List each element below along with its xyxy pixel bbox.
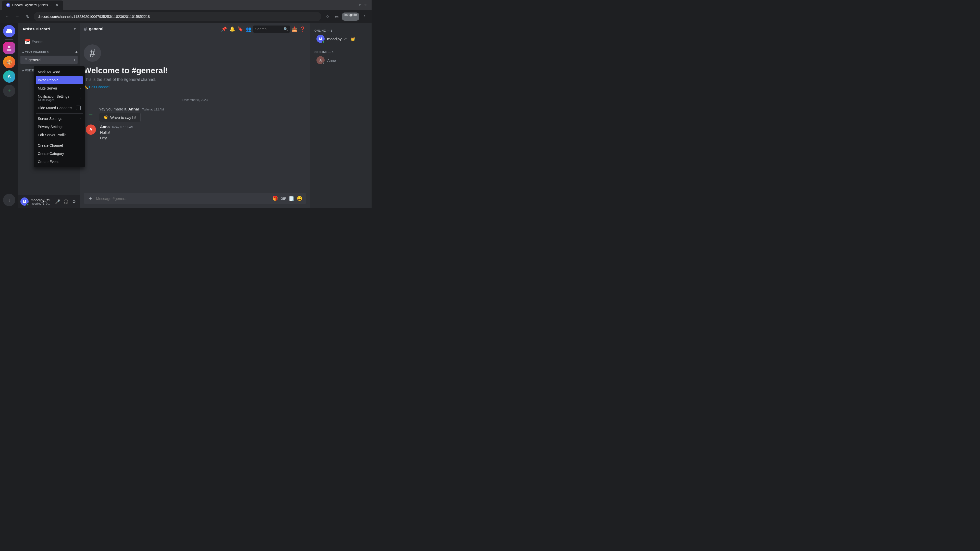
offline-dot: [322, 62, 325, 65]
tab-close-button[interactable]: ✕: [55, 3, 59, 7]
headphone-icon[interactable]: 🎧: [62, 198, 69, 205]
message-input[interactable]: [96, 197, 269, 201]
channel-name: general: [29, 58, 41, 62]
system-message-content: Yay you made it, Anna! Today at 1:12 AM …: [99, 107, 164, 122]
server-icon-artists[interactable]: [3, 42, 15, 54]
search-icon: 🔍: [283, 27, 288, 31]
chat-header: # general 📌 🔔 🔖 👥 🔍 📥 ❓: [80, 23, 310, 35]
context-edit-server-profile[interactable]: Edit Server Profile: [36, 131, 83, 139]
wave-button[interactable]: 👋 Wave to say hi!: [99, 113, 141, 122]
server-icon-2[interactable]: 🎨: [3, 56, 15, 68]
anna-name: Anna: [327, 58, 336, 62]
menu-icon[interactable]: ⋮: [360, 13, 369, 21]
system-text: Yay you made it, Anna!: [99, 107, 140, 111]
search-bar[interactable]: 🔍: [253, 25, 290, 33]
discord-home-button[interactable]: [3, 25, 15, 37]
add-server-button[interactable]: +: [3, 85, 15, 97]
create-category-label: Create Category: [38, 151, 64, 156]
pin-icon[interactable]: 📌: [221, 25, 228, 33]
search-input[interactable]: [255, 27, 283, 31]
back-button[interactable]: ←: [3, 13, 11, 21]
arrow-right-icon-2: ›: [80, 96, 81, 100]
notif-label: Notification Settings: [38, 94, 69, 98]
gift-icon[interactable]: 🎁: [272, 195, 279, 202]
online-section-title: ONLINE — 1: [310, 27, 372, 33]
download-button[interactable]: ↓: [3, 194, 15, 206]
member-anna[interactable]: A Anna: [312, 55, 369, 66]
tab-title: Discord | #general | Artists Discord: [12, 3, 53, 7]
member-moodjoy[interactable]: M moodjoy_71 👑: [312, 33, 369, 44]
context-mute-server[interactable]: Mute Server ›: [36, 84, 83, 92]
create-channel-label: Create Channel: [38, 143, 63, 148]
wave-label: Wave to say hi!: [110, 115, 136, 120]
chat-input-box: + 🎁 GIF 🗒️ 😀: [84, 193, 306, 204]
bookmark-icon[interactable]: ☆: [323, 13, 331, 21]
inbox-icon[interactable]: 📥: [291, 25, 298, 33]
user-area: M moodjoy_71 moodjoy71_0... 🎤 🎧 ⚙: [18, 195, 80, 208]
forward-button[interactable]: →: [13, 13, 21, 21]
help-icon[interactable]: ❓: [299, 25, 306, 33]
events-item[interactable]: 📅 Events: [21, 37, 78, 46]
user-avatar: M: [21, 197, 29, 206]
server-icon-3[interactable]: A: [3, 70, 15, 83]
welcome-desc: This is the start of the #general channe…: [84, 77, 156, 82]
server-settings-label: Server Settings: [38, 117, 62, 121]
context-privacy-settings[interactable]: Privacy Settings: [36, 123, 83, 131]
welcome-hash-icon: #: [84, 44, 101, 62]
browser-tab-active[interactable]: D Discord | #general | Artists Discord ✕: [2, 0, 63, 10]
close-button[interactable]: ✕: [363, 3, 368, 7]
main-chat: # general 📌 🔔 🔖 👥 🔍 📥 ❓ # We: [80, 23, 310, 208]
add-icon[interactable]: +: [73, 58, 76, 62]
channel-title: general: [89, 27, 103, 32]
context-create-category[interactable]: Create Category: [36, 149, 83, 158]
offline-count: 1: [332, 51, 334, 54]
bell-icon[interactable]: 🔔: [229, 25, 236, 33]
minimize-button[interactable]: ―: [353, 3, 357, 7]
context-mark-as-read[interactable]: Mark As Read: [36, 68, 83, 76]
channel-hash-icon: #: [84, 26, 87, 32]
context-notification-settings[interactable]: Notification Settings All Messages ›: [36, 92, 83, 103]
sys-text-after: !: [138, 107, 139, 111]
add-channel-icon[interactable]: +: [75, 50, 78, 55]
emoji-icon[interactable]: 😀: [296, 195, 303, 202]
edit-channel-link[interactable]: ✏️ Edit Channel: [84, 85, 110, 89]
context-invite-label: Invite People: [38, 78, 59, 82]
online-count: 1: [331, 29, 332, 32]
members-icon[interactable]: 👥: [245, 25, 252, 33]
sticker-icon[interactable]: 🗒️: [288, 195, 295, 202]
gif-icon[interactable]: GIF: [280, 195, 287, 202]
context-server-settings[interactable]: Server Settings ›: [36, 114, 83, 123]
new-tab-button[interactable]: +: [64, 2, 72, 9]
cast-icon[interactable]: ▭: [332, 13, 341, 21]
settings-icon[interactable]: ⚙: [70, 198, 78, 205]
message-content: Anna Today at 1:13 AM Hello! Hey: [100, 124, 304, 141]
msg-header: Anna Today at 1:13 AM: [100, 124, 304, 129]
header-icons: 📌 🔔 🔖 👥 🔍 📥 ❓: [221, 25, 306, 33]
context-invite-people[interactable]: Invite People: [36, 76, 83, 84]
refresh-button[interactable]: ↻: [24, 13, 32, 21]
context-create-event[interactable]: Create Event: [36, 158, 83, 166]
bookmark-channel-icon[interactable]: 🔖: [237, 25, 244, 33]
edit-channel-label: Edit Channel: [89, 85, 110, 89]
attach-button[interactable]: +: [87, 195, 94, 202]
microphone-icon[interactable]: 🎤: [54, 198, 61, 205]
msg-line-2: Hey: [100, 135, 304, 141]
welcome-title: Welcome to #general!: [84, 66, 168, 75]
server-sidebar: 🎨 A + ↓: [0, 23, 18, 208]
user-info: moodjoy_71 moodjoy71_0...: [30, 198, 52, 205]
server-name: Artists Discord: [22, 27, 50, 31]
tab-favicon: D: [6, 3, 10, 7]
create-event-label: Create Event: [38, 160, 59, 164]
arrow-right-icon-3: ›: [80, 117, 81, 121]
context-create-channel[interactable]: Create Channel: [36, 141, 83, 149]
address-bar[interactable]: [34, 12, 321, 21]
context-hide-muted[interactable]: Hide Muted Channels: [36, 103, 83, 112]
category-arrow-2: ▸: [22, 69, 24, 72]
channel-item-general[interactable]: # general +: [21, 56, 78, 64]
maximize-button[interactable]: □: [358, 3, 363, 7]
incognito-badge[interactable]: Incognito: [342, 13, 360, 21]
online-status-dot: [26, 203, 29, 206]
context-mute-label: Mute Server: [38, 86, 57, 90]
server-header[interactable]: Artists Discord ▾: [18, 23, 80, 35]
text-channels-category[interactable]: ▸ Text Channels +: [18, 46, 80, 56]
